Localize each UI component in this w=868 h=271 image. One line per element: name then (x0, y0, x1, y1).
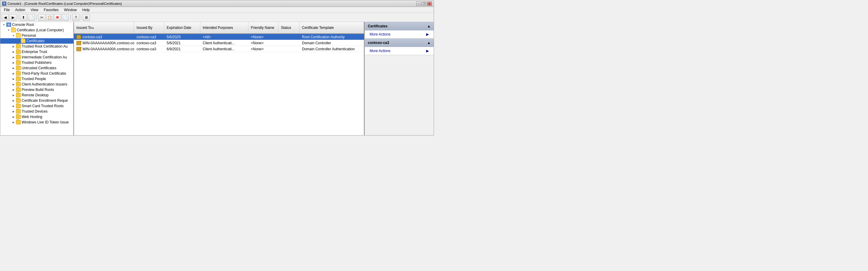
cert-1-template: Domain Controller (300, 40, 364, 46)
cert-1-purposes: Client Authenticati... (200, 40, 248, 46)
expand-certs-local[interactable]: ▼ (6, 28, 11, 32)
trusted-root-icon (16, 44, 21, 49)
tree-item-trusted-root[interactable]: ▶ Trusted Root Certification Au (0, 44, 73, 49)
actions-header-certificates[interactable]: Certificates ▲ (365, 22, 434, 30)
certificates-icon (21, 39, 26, 43)
action-contoso-more[interactable]: More Actions ▶ (365, 47, 434, 55)
intermediate-icon (16, 55, 21, 59)
expand-third-party[interactable]: ▶ (11, 71, 16, 76)
col-header-purposes[interactable]: Intended Purposes (200, 22, 248, 33)
expand-trusted-people[interactable]: ▶ (11, 77, 16, 81)
actions-section-contoso: contoso-ca3 ▲ More Actions ▶ (365, 38, 434, 55)
tree-item-client-auth[interactable]: ▶ Client Authentication Issuers (0, 82, 73, 87)
close-button[interactable]: ✕ (427, 1, 432, 6)
expand-smart-card[interactable]: ▶ (11, 104, 16, 108)
col-header-expiration[interactable]: Expiration Date (164, 22, 200, 33)
tree-item-certificates[interactable]: Certificates (0, 38, 73, 44)
cert-enrollment-label: Certificate Enrollment Reque (22, 99, 68, 103)
show-hide-button[interactable]: 📄 (28, 14, 35, 21)
expand-intermediate[interactable]: ▶ (11, 55, 16, 60)
action-certificates-more[interactable]: More Actions ▶ (365, 30, 434, 38)
console-button[interactable]: 🖥 (83, 14, 90, 21)
forward-button[interactable]: ▶ (9, 14, 17, 21)
expand-windows-live[interactable]: ▶ (11, 120, 16, 125)
tree-item-cert-enrollment[interactable]: ▶ Certificate Enrollment Reque (0, 98, 73, 103)
intermediate-label: Intermediate Certification Au (22, 55, 67, 59)
tree-item-certs-local[interactable]: ▼ Certificates (Local Computer) (0, 27, 73, 33)
app-icon: 🖥 (2, 1, 6, 6)
expand-cert-enrollment[interactable]: ▶ (11, 98, 16, 103)
collapse-icon-certificates: ▲ (427, 24, 431, 28)
expand-preview-build[interactable]: ▶ (11, 87, 16, 92)
back-button[interactable]: ◀ (1, 14, 9, 21)
cut-button[interactable]: ✂ (38, 14, 45, 21)
tree-item-console-root[interactable]: ▼ 🖥 Console Root (0, 22, 73, 27)
expand-untrusted[interactable]: ▶ (11, 66, 16, 71)
menu-file[interactable]: File (1, 7, 12, 12)
tree-item-trusted-publishers[interactable]: ▶ Trusted Publishers (0, 60, 73, 65)
third-party-icon (16, 71, 21, 76)
trusted-publishers-icon (16, 60, 21, 65)
tree-item-trusted-devices[interactable]: ▶ Trusted Devices (0, 109, 73, 114)
cert-row-1[interactable]: WIN-0AAAAAAA00A.contoso.com contoso-ca3 … (74, 40, 364, 46)
remote-desktop-label: Remote Desktop (22, 93, 49, 97)
tree-item-personal[interactable]: ▼ Personal (0, 33, 73, 38)
untrusted-icon (16, 66, 21, 70)
col-header-status[interactable]: Status (279, 22, 300, 33)
tree-item-remote-desktop[interactable]: ▶ Remote Desktop (0, 92, 73, 98)
tree-item-untrusted[interactable]: ▶ Untrusted Certificates (0, 65, 73, 71)
third-party-label: Third-Party Root Certificatio (22, 71, 66, 76)
tree-item-smart-card[interactable]: ▶ Smart Card Trusted Roots (0, 103, 73, 109)
enterprise-trust-label: Enterprise Trust (22, 50, 47, 54)
cert-1-status (279, 40, 300, 46)
menu-action[interactable]: Action (12, 7, 27, 12)
restore-button[interactable]: ❐ (422, 1, 427, 6)
copy-button[interactable]: 📋 (46, 14, 53, 21)
up-button[interactable]: ⬆ (20, 14, 27, 21)
cert-1-friendly: <None> (248, 40, 279, 46)
expand-client-auth[interactable]: ▶ (11, 82, 16, 87)
trusted-publishers-label: Trusted Publishers (22, 60, 52, 65)
tree-item-web-hosting[interactable]: ▶ Web Hosting (0, 114, 73, 119)
actions-content-certificates: More Actions ▶ (365, 30, 434, 38)
expand-enterprise-trust[interactable]: ▶ (11, 49, 16, 54)
menu-favorites[interactable]: Favorites (41, 7, 61, 12)
minimize-button[interactable]: ─ (416, 1, 421, 6)
actions-section-certificates: Certificates ▲ More Actions ▶ (365, 22, 434, 38)
tree-item-preview-build[interactable]: ▶ Preview Build Roots (0, 87, 73, 92)
col-header-template[interactable]: Certificate Template (300, 22, 364, 33)
cert-row-2[interactable]: WIN-0AAAAAAA00A.contoso.com contoso-ca3 … (74, 46, 364, 52)
menu-view[interactable]: View (28, 7, 41, 12)
tree-item-enterprise-trust[interactable]: ▶ Enterprise Trust (0, 49, 73, 54)
col-header-issued-to[interactable]: Issued To (74, 22, 134, 33)
delete-button[interactable]: ✖ (54, 14, 61, 21)
expand-trusted-publishers[interactable]: ▶ (11, 60, 16, 65)
tree-item-intermediate[interactable]: ▶ Intermediate Certification Au (0, 54, 73, 60)
certs-local-label: Certificates (Local Computer) (17, 28, 64, 32)
actions-header-contoso[interactable]: contoso-ca3 ▲ (365, 38, 434, 47)
list-header: Issued To Issued By Expiration Date Inte… (74, 22, 364, 34)
tree-item-third-party[interactable]: ▶ Third-Party Root Certificatio (0, 71, 73, 76)
help-button[interactable]: ? (72, 14, 80, 21)
client-auth-icon (16, 82, 21, 86)
cert-row-0[interactable]: contoso-ca3 contoso-ca3 5/6/2025 <All> <… (74, 34, 364, 40)
remote-desktop-icon (16, 93, 21, 97)
tree-item-windows-live[interactable]: ▶ Windows Live ID Token Issue (0, 119, 73, 125)
col-header-issued-by[interactable]: Issued By (134, 22, 164, 33)
cert-0-purposes: <All> (200, 34, 248, 40)
menu-help[interactable]: Help (80, 7, 92, 12)
title-bar: 🖥 Console1 - [Console Root\Certificates … (0, 0, 434, 7)
expand-trusted-devices[interactable]: ▶ (11, 109, 16, 114)
list-panel: Issued To Issued By Expiration Date Inte… (74, 22, 365, 135)
tree-item-trusted-people[interactable]: ▶ Trusted People (0, 76, 73, 82)
expand-console-root[interactable]: ▼ (1, 22, 6, 27)
personal-label: Personal (22, 33, 36, 38)
expand-remote-desktop[interactable]: ▶ (11, 93, 16, 98)
expand-trusted-root[interactable]: ▶ (11, 44, 16, 49)
col-header-friendly[interactable]: Friendly Name (248, 22, 279, 33)
expand-web-hosting[interactable]: ▶ (11, 114, 16, 119)
properties-button[interactable]: 📄 (62, 14, 69, 21)
windows-live-label: Windows Live ID Token Issue (22, 120, 69, 124)
expand-personal[interactable]: ▼ (11, 33, 16, 38)
menu-window[interactable]: Window (62, 7, 80, 12)
